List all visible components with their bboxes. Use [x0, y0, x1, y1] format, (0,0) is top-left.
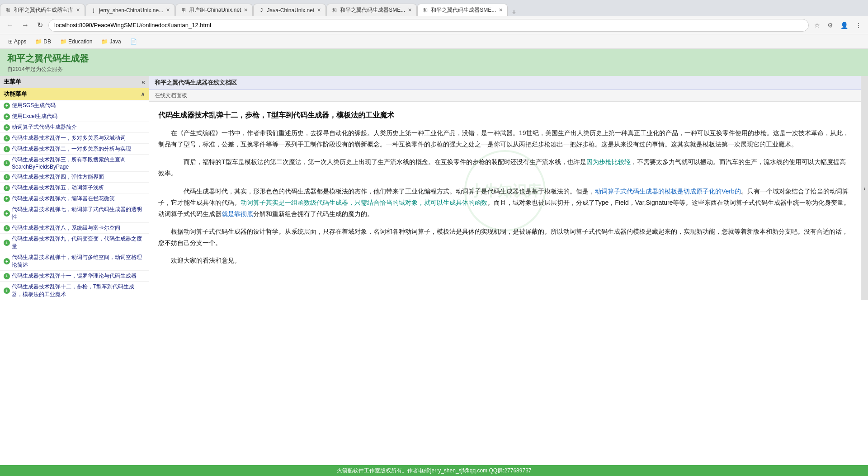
nav-bar: ← → ↻ ☆ ⚙ 👤 ⋮: [0, 16, 868, 34]
paragraph-2: 代码生成器时代，其实，形形色色的代码生成器都是模板法的杰作，他们带来了工业化编程…: [158, 186, 852, 220]
sidebar-header-label: 主菜单: [4, 78, 21, 86]
sidebar-header: 主菜单 «: [0, 76, 149, 88]
sidebar-item-10[interactable]: 代码生成器技术乱弹八，系统级与富卡尔空间: [0, 223, 149, 234]
sidebar-item-label-3: 代码生成器技术乱弹一，多对多关系与双域动词: [12, 134, 126, 142]
sidebar-section-header: 功能菜单 ∧: [0, 88, 149, 100]
sidebar-item-13[interactable]: 代码生成器技术乱弹十一，锟罗华理论与代码生成器: [0, 271, 149, 282]
sidebar-item-label-9: 代码生成器技术乱弹七，动词算子式代码生成器的透明性: [12, 206, 145, 221]
sidebar-item-12[interactable]: 代码生成器技术乱弹十，动词与多维空间，动词空格理论简述: [0, 252, 149, 271]
tab-5-close[interactable]: ✕: [408, 7, 412, 13]
sidebar-item-label-0: 使用SGS生成代码: [12, 102, 56, 109]
paragraph-1: 而后，福特的T型车是模板法的第二次魔法，第一次人类历史上出现了生产流水线的概念。…: [158, 156, 852, 179]
sidebar-section-toggle[interactable]: ∧: [141, 91, 145, 98]
tab-1-label: 和平之翼代码生成器宝库: [14, 6, 73, 14]
bookmark-db-label: DB: [43, 38, 51, 45]
sidebar-item-4[interactable]: 代码生成器技术乱弹二，一对多关系的分析与实现: [0, 144, 149, 155]
sidebar-item-6[interactable]: 代码生成器技术乱弹四，弹性方能界面: [0, 172, 149, 183]
paragraph-4: 欢迎大家的看法和意见。: [158, 255, 852, 266]
bookmark-education[interactable]: 📁 Education: [57, 38, 96, 46]
tab-6[interactable]: 和 和平之翼代码生成器SME... ✕: [417, 4, 508, 16]
sidebar-icon-9: [4, 210, 10, 217]
refresh-button[interactable]: ↻: [34, 19, 46, 31]
tab-4[interactable]: J Java-ChinaUnix.net ✕: [253, 4, 326, 16]
sidebar-item-label-7: 代码生成器技术乱弹五，动词算子浅析: [12, 184, 104, 192]
sidebar-item-0[interactable]: 使用SGS生成代码: [0, 100, 149, 111]
sidebar-item-5[interactable]: 代码生成器技术乱弹三，所有字段搜索的主查询SearchByFieldsByPag…: [0, 155, 149, 172]
sidebar-item-label-10: 代码生成器技术乱弹八，系统级与富卡尔空间: [12, 224, 120, 232]
tab-3-favicon: 用: [180, 7, 187, 14]
tab-6-label: 和平之翼代码生成器SME...: [431, 6, 496, 14]
sidebar-item-label-5: 代码生成器技术乱弹三，所有字段搜索的主查询SearchByFieldsByPag…: [12, 156, 145, 170]
apps-grid-icon: ⊞: [8, 38, 13, 45]
bookmark-apps-label: Apps: [14, 38, 26, 45]
doc-nav: 在线文档面板: [149, 90, 861, 102]
highlight-verb2: 动词算子其实是一组函数级代码生成器，只需结合恰当的域对象，就可以生成具体的函数: [241, 199, 487, 206]
back-button[interactable]: ←: [4, 19, 16, 31]
bookmarks-bar: ⊞ Apps 📁 DB 📁 Education 📁 Java 📄: [0, 34, 868, 49]
new-tab-button[interactable]: +: [508, 8, 519, 16]
right-toggle-icon: ›: [863, 185, 865, 192]
tab-3[interactable]: 用 用户组-ChinaUnix.net ✕: [175, 4, 253, 16]
footer-text: 火箭船软件工作室版权所有。作者电邮:jerry_shen_sjf@qq.com …: [337, 467, 532, 475]
bookmark-apps[interactable]: ⊞ Apps: [5, 38, 30, 46]
bookmark-file[interactable]: 📄: [127, 38, 141, 46]
sidebar-icon-7: [4, 185, 10, 191]
sidebar-section: 功能菜单 ∧ 使用SGS生成代码 使用Excel生成代码 动词算子式代码生成器简…: [0, 88, 149, 300]
footer: 火箭船软件工作室版权所有。作者电邮:jerry_shen_sjf@qq.com …: [0, 465, 868, 476]
right-panel-toggle[interactable]: ›: [861, 76, 868, 300]
sidebar-item-label-1: 使用Excel生成代码: [12, 113, 57, 120]
sidebar-item-7[interactable]: 代码生成器技术乱弹五，动词算子浅析: [0, 183, 149, 193]
education-folder-icon: 📁: [60, 38, 67, 45]
sidebar-icon-10: [4, 225, 10, 231]
tab-2[interactable]: j jerry_shen-ChinaUnix.ne... ✕: [85, 4, 175, 16]
sidebar-icon-5: [4, 160, 10, 166]
bookmark-db[interactable]: 📁 DB: [32, 38, 55, 46]
page-header: 和平之翼代码生成器 自2014年起为公众服务: [0, 49, 868, 76]
bookmark-java[interactable]: 📁 Java: [98, 38, 124, 46]
tab-5[interactable]: 和 和平之翼代码生成器SME... ✕: [326, 4, 417, 16]
forward-button[interactable]: →: [19, 19, 32, 31]
tab-4-label: Java-ChinaUnix.net: [267, 7, 314, 14]
sidebar-item-2[interactable]: 动词算子式代码生成器简介: [0, 122, 149, 133]
extension-button[interactable]: ⚙: [825, 20, 836, 31]
article-title: 代码生成器技术乱弹十二，步枪，T型车到代码生成器，模板法的工业魔术: [158, 109, 852, 122]
link-verb1[interactable]: 动词算子式代码生成器的模板是切成原子化的Verb的: [595, 188, 741, 195]
tab-2-label: jerry_shen-ChinaUnix.ne...: [99, 7, 163, 14]
tab-6-favicon: 和: [422, 7, 429, 14]
bookmark-star-button[interactable]: ☆: [811, 20, 823, 31]
tab-2-close[interactable]: ✕: [166, 7, 170, 13]
file-icon: 📄: [130, 38, 137, 45]
address-bar[interactable]: [48, 19, 809, 32]
tab-1-close[interactable]: ✕: [76, 7, 80, 13]
sidebar-item-1[interactable]: 使用Excel生成代码: [0, 111, 149, 122]
java-folder-icon: 📁: [101, 38, 108, 45]
bookmark-java-label: Java: [109, 38, 121, 45]
tab-4-favicon: J: [258, 7, 264, 14]
sidebar-icon-0: [4, 103, 10, 109]
browser-chrome: 和 和平之翼代码生成器宝库 ✕ j jerry_shen-ChinaUnix.n…: [0, 0, 868, 49]
sidebar-icon-2: [4, 124, 10, 131]
tab-6-close[interactable]: ✕: [499, 7, 503, 13]
site-subtitle: 自2014年起为公众服务: [7, 66, 861, 73]
paragraph-3: 根据动词算子式代码生成器的设计哲学。从系统层面，只存在着域对象，名词和各种动词算…: [158, 226, 852, 249]
content-header: 和平之翼代码生成器在线文档区: [149, 76, 861, 90]
tab-3-label: 用户组-ChinaUnix.net: [189, 6, 241, 14]
link-verb3[interactable]: 就是靠彻底: [222, 210, 253, 217]
sidebar-item-8[interactable]: 代码生成器技术乱弹六，编译器在拦花微笑: [0, 193, 149, 204]
sidebar: 主菜单 « 功能菜单 ∧ 使用SGS生成代码 使用Excel生成代码: [0, 76, 149, 300]
profile-button[interactable]: 👤: [838, 20, 851, 31]
sidebar-item-9[interactable]: 代码生成器技术乱弹七，动词算子式代码生成器的透明性: [0, 204, 149, 223]
tab-4-close[interactable]: ✕: [317, 7, 321, 13]
tab-1[interactable]: 和 和平之翼代码生成器宝库 ✕: [0, 4, 85, 16]
content-area: 和平之翼代码生成器在线文档区 在线文档面板 小牛知识库 代码生成器技术乱弹十二，…: [149, 76, 861, 300]
tab-3-close[interactable]: ✕: [244, 7, 248, 13]
sidebar-collapse-button[interactable]: «: [142, 78, 145, 85]
sidebar-item-11[interactable]: 代码生成器技术乱弹九，代码变变变，代码生成器之度量: [0, 234, 149, 252]
page: 和平之翼代码生成器 自2014年起为公众服务 主菜单 « 功能菜单 ∧ 使用SG…: [0, 49, 868, 465]
sidebar-item-label-13: 代码生成器技术乱弹十一，锟罗华理论与代码生成器: [12, 272, 137, 280]
sidebar-item-3[interactable]: 代码生成器技术乱弹一，多对多关系与双域动词: [0, 133, 149, 144]
sidebar-item-14[interactable]: 代码生成器技术乱弹十二，步枪，T型车到代码生成器，模板法的工业魔术: [0, 282, 149, 300]
menu-button[interactable]: ⋮: [853, 20, 864, 31]
sidebar-icon-12: [4, 258, 10, 264]
doc-content: 小牛知识库 代码生成器技术乱弹十二，步枪，T型车到代码生成器，模板法的工业魔术 …: [149, 102, 861, 280]
